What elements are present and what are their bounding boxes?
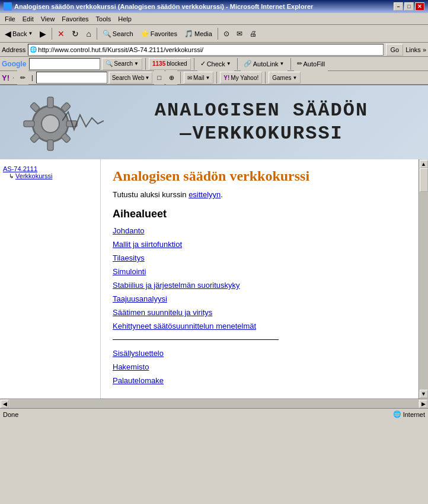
window-controls[interactable]: – □ ✕ [394, 2, 424, 11]
status-bar: Done 🌐 Internet [0, 408, 428, 420]
yahoo-separator: | [31, 75, 33, 81]
go-button[interactable]: Go [386, 44, 403, 56]
extra-link-2[interactable]: Palautelomake [113, 376, 407, 385]
media-icon: 🎵 [184, 30, 193, 38]
scroll-right-button[interactable]: ▶ [419, 400, 427, 408]
intro-link[interactable]: esittelyyn [189, 190, 221, 199]
autofill-button[interactable]: ✏ AutoFill [294, 57, 328, 71]
separator-1 [52, 28, 52, 40]
sep-google-1 [145, 58, 146, 70]
yahoo-games-button[interactable]: Games ▼ [269, 72, 301, 84]
yahoo-icon2: ⊕ [169, 74, 174, 82]
topic-link-6[interactable]: Säätimen suunnitelu ja viritys [113, 308, 407, 317]
autolink-button[interactable]: 🔗 AutoLink ▼ [241, 57, 288, 71]
back-button[interactable]: ◀ Back ▼ [2, 27, 36, 41]
google-logo: Google [2, 60, 26, 68]
blocked-badge[interactable]: 1135 blocked [149, 58, 191, 70]
sep-yahoo-1 [180, 72, 181, 84]
home-button[interactable]: ⌂ [83, 27, 94, 41]
extra-link-0[interactable]: Sisällysluettelo [113, 349, 407, 358]
address-input[interactable] [38, 46, 382, 53]
home-icon: ⌂ [86, 29, 91, 38]
search-button[interactable]: 🔍 Search [100, 27, 136, 41]
sidebar-verkkokurssi-link[interactable]: Verkkokurssi [15, 172, 52, 179]
menu-view[interactable]: View [37, 14, 59, 24]
yahoo-icon1-button[interactable]: □ [154, 70, 164, 85]
extra-link-1[interactable]: Hakemisto [113, 362, 407, 371]
scroll-left-button[interactable]: ◀ [1, 400, 9, 408]
sep-google-3 [237, 58, 238, 70]
print-button[interactable]: 🖨 [247, 27, 260, 41]
maximize-button[interactable]: □ [404, 2, 414, 11]
topic-link-7[interactable]: Kehittyneet säätösuunnittelun menetelmät [113, 322, 407, 330]
zone-icon: 🌐 [393, 410, 401, 418]
main-content: Analogisen säädön verkkokurssi Tutustu a… [101, 159, 419, 399]
app-icon: 🌐 [4, 2, 12, 11]
back-icon: ◀ [5, 29, 11, 38]
yahoo-games-dropdown[interactable]: ▼ [292, 75, 297, 81]
yahoo-mail-button[interactable]: ✉ Mail ▼ [184, 72, 213, 84]
history-button[interactable]: ⊙ [221, 27, 232, 41]
minimize-button[interactable]: – [394, 2, 403, 11]
zone-label: Internet [403, 411, 425, 418]
google-search-wrap[interactable] [29, 58, 100, 70]
yahoo-search-wrap[interactable] [36, 72, 107, 84]
topic-link-1[interactable]: Mallit ja siirtofunktiot [113, 240, 407, 249]
close-button[interactable]: ✕ [415, 2, 424, 11]
menu-file[interactable]: File [1, 14, 19, 24]
google-dropdown-icon[interactable]: ▼ [134, 61, 139, 66]
address-input-wrap[interactable]: 🌐 [28, 44, 384, 56]
yahoo-icon2-button[interactable]: ⊕ [166, 70, 177, 85]
google-search-input[interactable] [31, 60, 98, 68]
topic-link-0[interactable]: Johdanto [113, 226, 407, 235]
horizontal-scrollbar[interactable]: ◀ ▶ [0, 399, 428, 408]
yahoo-mail-dropdown[interactable]: ▼ [205, 75, 210, 81]
media-button[interactable]: 🎵 Media [181, 27, 215, 41]
yahoo-logo: Y! [2, 73, 9, 82]
menu-favorites[interactable]: Favorites [58, 14, 92, 24]
topic-link-3[interactable]: Simulointi [113, 267, 407, 276]
check-icon: ✓ [200, 60, 206, 68]
yahoo-pencil-button[interactable]: ✏ [17, 70, 28, 85]
page-title: Analogisen säädön verkkokurssi [113, 168, 407, 184]
topic-link-4[interactable]: Stabiilius ja järjestelmän suorituskyky [113, 281, 407, 290]
nav-toolbar: ◀ Back ▼ ▶ ✕ ↻ ⌂ 🔍 Search ⭐ Favorites 🎵 … [0, 25, 428, 43]
mail-button[interactable]: ✉ [234, 27, 245, 41]
favorites-button[interactable]: ⭐ Favorites [138, 27, 180, 41]
check-dropdown-icon: ▼ [226, 61, 231, 66]
vertical-scrollbar[interactable]: ▲ ▼ [419, 159, 428, 399]
topic-link-5[interactable]: Taajuusanalyysi [113, 294, 407, 303]
topic-link-2[interactable]: Tilaesitys [113, 253, 407, 262]
yahoo-myyahoo-button[interactable]: Y! My Yahoo! [220, 72, 262, 84]
address-label: Address [2, 46, 25, 53]
page-icon: 🌐 [30, 46, 37, 53]
sep-yahoo-2 [216, 72, 217, 84]
yahoo-search-input[interactable] [38, 74, 85, 81]
forward-button[interactable]: ▶ [37, 27, 49, 41]
refresh-icon: ↻ [72, 29, 79, 38]
scroll-down-button[interactable]: ▼ [420, 390, 428, 398]
scroll-thumb[interactable] [420, 168, 428, 192]
scroll-up-button[interactable]: ▲ [420, 160, 428, 168]
menu-edit[interactable]: Edit [19, 14, 37, 24]
forward-icon: ▶ [40, 29, 46, 38]
refresh-button[interactable]: ↻ [69, 27, 82, 41]
history-icon: ⊙ [223, 30, 229, 38]
sidebar-course-code[interactable]: AS-74.2111 [3, 165, 97, 172]
check-button[interactable]: ✓ Check ▼ [197, 57, 234, 71]
svg-rect-2 [47, 97, 53, 108]
sep-google-2 [194, 58, 194, 70]
yahoo-search-web-button[interactable]: Search Web ▼ [109, 72, 153, 84]
print-icon: 🖨 [250, 30, 257, 38]
google-search-button[interactable]: 🔍 Search ▼ [102, 58, 142, 70]
yahoo-search-dropdown-icon[interactable]: ▼ [145, 75, 150, 81]
menu-tools[interactable]: Tools [92, 14, 115, 24]
autolink-dropdown-icon: ▼ [280, 61, 285, 66]
menu-help[interactable]: Help [114, 14, 135, 24]
yahoo-mail-icon: ✉ [187, 75, 192, 81]
back-dropdown-icon[interactable]: ▼ [28, 31, 33, 36]
content-divider [113, 339, 279, 340]
favorites-icon: ⭐ [140, 30, 149, 38]
stop-button[interactable]: ✕ [55, 27, 68, 41]
links-button[interactable]: Links » [405, 46, 426, 53]
